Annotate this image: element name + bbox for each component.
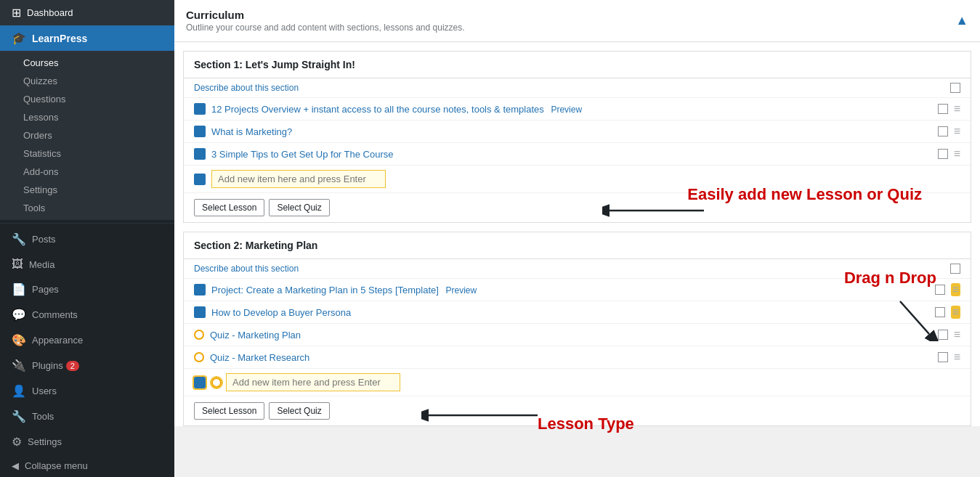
submenu-item-questions[interactable]: Questions [0,90,174,108]
table-row: What is Marketing? ≡ [184,121,971,143]
preview-tag: Preview [551,105,582,115]
new-item-input-1[interactable] [211,170,386,188]
section-2-title: Section 2: Marketing Plan [184,232,971,259]
curriculum-collapse-arrow[interactable]: ▲ [955,13,968,28]
lesson-icon [194,284,206,295]
submenu-item-tools[interactable]: Tools [0,199,174,217]
lesson-row-actions: ≡ [938,147,960,160]
submenu-item-lessons[interactable]: Lessons [0,108,174,126]
sidebar-item-learnpress[interactable]: 🎓 LearnPress [0,25,174,51]
row-checkbox[interactable] [938,330,948,340]
select-lesson-button-2[interactable]: Select Lesson [194,402,264,420]
collapse-menu-button[interactable]: ◀ Collapse menu [0,454,174,477]
lesson-link[interactable]: 12 Projects Overview + instant access to… [211,104,938,115]
row-checkbox[interactable] [935,307,945,317]
posts-icon: 🔧 [12,232,26,246]
pages-icon: 📄 [12,282,26,296]
quiz-icon [194,352,204,362]
new-item-input-2[interactable] [226,373,400,391]
lesson-row-actions: ≡ [938,102,960,115]
table-row: Quiz - Marketing Plan ≡ [184,324,971,346]
lesson-icon [194,103,206,115]
lesson-icon-new [194,377,206,388]
sidebar-item-media[interactable]: 🖼 Media [0,252,174,277]
select-quiz-button-1[interactable]: Select Quiz [269,199,329,216]
submenu-item-settings[interactable]: Settings [0,181,174,199]
submenu-item-orders[interactable]: Orders [0,126,174,144]
appearance-icon: 🎨 [12,333,26,347]
media-icon: 🖼 [12,258,23,271]
section-1-describe-checkbox[interactable] [950,83,960,93]
row-checkbox[interactable] [938,149,948,159]
section-2-buttons: Select Lesson Select Quiz [184,396,971,425]
lesson-link[interactable]: Quiz - Marketing Plan [210,330,938,341]
tools-icon: 🔧 [12,409,26,423]
dashboard-icon: ⊞ [12,6,21,20]
curriculum-header: Curriculum Outline your course and add c… [174,0,980,42]
sidebar-item-plugins[interactable]: 🔌 Plugins 2 [0,353,174,378]
sidebar-item-users[interactable]: 👤 Users [0,378,174,404]
lesson-row-actions: ≡ [938,328,960,341]
lesson-link[interactable]: 3 Simple Tips to Get Set Up for The Cour… [211,149,938,160]
curriculum-subtitle: Outline your course and add content with… [186,23,465,33]
curriculum-title: Curriculum [186,9,465,21]
lesson-link[interactable]: Quiz - Market Research [210,352,938,363]
plugins-icon: 🔌 [12,359,26,372]
users-icon: 👤 [12,384,26,398]
collapse-icon: ◀ [12,460,19,471]
select-quiz-button-2[interactable]: Select Quiz [269,402,329,420]
sidebar-item-comments[interactable]: 💬 Comments [0,302,174,327]
lesson-icon-new [194,174,206,185]
row-checkbox[interactable] [935,285,945,295]
section-1-describe-label[interactable]: Describe about this section [194,83,299,93]
sidebar-item-tools[interactable]: 🔧 Tools [0,404,174,429]
quiz-icon-new [211,378,222,388]
content-wrapper: Curriculum Outline your course and add c… [174,0,980,477]
lesson-row-actions: ≡ [935,306,960,319]
main-content: Curriculum Outline your course and add c… [174,0,980,477]
new-item-row-2 [184,369,971,396]
sidebar-item-appearance[interactable]: 🎨 Appearance [0,327,174,353]
drag-handle-icon[interactable]: ≡ [954,351,960,364]
section-1-title: Section 1: Let's Jump Straight In! [184,52,971,78]
submenu-item-quizzes[interactable]: Quizzes [0,72,174,90]
lesson-link[interactable]: Project: Create a Marketing Plan in 5 St… [211,285,935,295]
drag-handle-icon[interactable]: ≡ [954,328,960,341]
section-2-describe-checkbox[interactable] [950,264,960,274]
lesson-link[interactable]: How to Develop a Buyer Persona [211,307,935,318]
section-1-block: Section 1: Let's Jump Straight In! Descr… [183,51,971,223]
curriculum-panel: Curriculum Outline your course and add c… [174,0,980,426]
new-item-row-1 [184,166,971,193]
submenu-item-addons[interactable]: Add-ons [0,163,174,181]
curriculum-header-text: Curriculum Outline your course and add c… [186,9,465,33]
lesson-link[interactable]: What is Marketing? [211,126,938,137]
drag-handle-icon[interactable]: ≡ [954,125,960,138]
sidebar-item-pages[interactable]: 📄 Pages [0,277,174,302]
submenu-item-courses[interactable]: Courses [0,54,174,72]
drag-handle-icon[interactable]: ≡ [951,283,960,296]
row-checkbox[interactable] [938,352,948,362]
sidebar-item-dashboard[interactable]: ⊞ Dashboard [0,0,174,25]
sidebar-item-posts[interactable]: 🔧 Posts [0,227,174,252]
table-row: How to Develop a Buyer Persona ≡ [184,301,971,324]
row-checkbox[interactable] [938,104,948,114]
lesson-icon [194,148,206,160]
sidebar: ⊞ Dashboard 🎓 LearnPress Courses Quizzes… [0,0,174,477]
lesson-row-actions: ≡ [938,351,960,364]
drag-handle-icon[interactable]: ≡ [951,306,960,319]
comments-icon: 💬 [12,308,26,322]
lesson-row-actions: ≡ [935,283,960,296]
quiz-icon [194,330,204,340]
sidebar-divider-1 [0,223,174,224]
learnpress-icon: 🎓 [12,31,26,45]
drag-handle-icon[interactable]: ≡ [954,102,960,115]
section-2-describe-label[interactable]: Describe about this section [194,264,299,274]
section-2-block: Section 2: Marketing Plan Describe about… [183,232,971,426]
select-lesson-button-1[interactable]: Select Lesson [194,199,264,216]
row-checkbox[interactable] [938,126,948,136]
drag-handle-icon[interactable]: ≡ [954,147,960,160]
table-row: 12 Projects Overview + instant access to… [184,98,971,121]
lesson-row-actions: ≡ [938,125,960,138]
submenu-item-statistics[interactable]: Statistics [0,144,174,163]
sidebar-item-settings[interactable]: ⚙ Settings [0,429,174,454]
